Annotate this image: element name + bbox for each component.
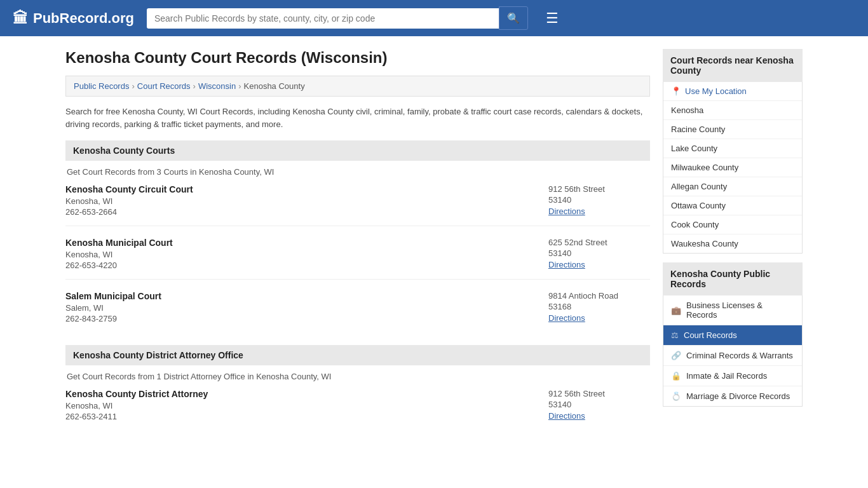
directions-link[interactable]: Directions (548, 411, 585, 421)
courts-section-sub: Get Court Records from 3 Courts in Kenos… (65, 167, 650, 177)
court-address: 9814 Antioch Road (548, 291, 650, 301)
court-right: 912 56th Street 53140 Directions (548, 389, 650, 421)
pub-record-icon: ⚖ (671, 330, 679, 340)
search-bar: 🔍 (147, 6, 528, 30)
court-entry: Kenosha County District Attorney Kenosha… (65, 389, 650, 430)
court-zip: 53140 (548, 248, 650, 258)
court-zip: 53168 (548, 302, 650, 311)
court-entry: Kenosha County Circuit Court Kenosha, WI… (65, 184, 650, 226)
pub-record-icon: 💼 (671, 306, 681, 315)
court-address: 912 56th Street (548, 389, 650, 398)
nearby-item[interactable]: Waukesha County (663, 234, 802, 253)
pub-record-item[interactable]: 💼 Business Licenses & Records (663, 295, 802, 325)
content-area: Kenosha County Court Records (Wisconsin)… (65, 49, 650, 443)
da-list: Kenosha County District Attorney Kenosha… (65, 389, 650, 430)
pub-record-label[interactable]: Inmate & Jail Records (686, 371, 767, 381)
court-right: 625 52nd Street 53140 Directions (548, 238, 650, 270)
court-phone: 262-653-4220 (65, 261, 173, 270)
nearby-item[interactable]: Cook County (663, 215, 802, 234)
public-records-list: 💼 Business Licenses & Records ⚖ Court Re… (663, 295, 803, 407)
use-location-label: Use My Location (685, 86, 747, 96)
breadcrumb: Public Records › Court Records › Wiscons… (65, 76, 650, 97)
court-left: Kenosha County District Attorney Kenosha… (65, 389, 208, 421)
pub-record-item[interactable]: 🔗 Criminal Records & Warrants (663, 346, 802, 366)
pub-record-item[interactable]: 💍 Marriage & Divorce Records (663, 386, 802, 406)
menu-button[interactable]: ☰ (546, 10, 559, 27)
court-city: Kenosha, WI (65, 196, 193, 206)
pub-record-item[interactable]: ⚖ Court Records (663, 325, 802, 346)
directions-link[interactable]: Directions (548, 260, 585, 269)
nearby-title: Court Records near Kenosha County (663, 49, 803, 82)
search-button[interactable]: 🔍 (499, 6, 528, 30)
court-address: 912 56th Street (548, 184, 650, 194)
court-name: Kenosha County District Attorney (65, 389, 208, 399)
breadcrumb-court-records[interactable]: Court Records (137, 81, 191, 91)
pub-record-icon: 💍 (671, 391, 681, 401)
court-phone: 262-653-2411 (65, 412, 208, 421)
pub-record-label[interactable]: Court Records (684, 330, 737, 340)
court-zip: 53140 (548, 195, 650, 205)
da-section-sub: Get Court Records from 1 District Attorn… (65, 372, 650, 381)
pub-record-icon: 🔗 (671, 351, 681, 360)
court-name: Kenosha Municipal Court (65, 238, 173, 248)
pub-record-label[interactable]: Marriage & Divorce Records (686, 391, 790, 401)
site-header: 🏛 PubRecord.org 🔍 ☰ (0, 0, 868, 36)
nearby-item[interactable]: Lake County (663, 139, 802, 158)
nearby-item[interactable]: Milwaukee County (663, 158, 802, 177)
court-entry: Salem Municipal Court Salem, WI 262-843-… (65, 291, 650, 332)
courts-section: Kenosha County Courts Get Court Records … (65, 140, 650, 332)
use-my-location[interactable]: 📍 Use My Location (663, 82, 802, 101)
page-title: Kenosha County Court Records (Wisconsin) (65, 49, 650, 67)
location-icon: 📍 (671, 86, 681, 96)
pub-record-label[interactable]: Criminal Records & Warrants (686, 351, 793, 360)
court-entry: Kenosha Municipal Court Kenosha, WI 262-… (65, 238, 650, 280)
nearby-item[interactable]: Kenosha (663, 101, 802, 120)
court-right: 9814 Antioch Road 53168 Directions (548, 291, 650, 323)
nearby-item[interactable]: Ottawa County (663, 196, 802, 215)
nearby-box: Court Records near Kenosha County 📍 Use … (663, 49, 803, 254)
da-section-header: Kenosha County District Attorney Office (65, 345, 650, 365)
court-city: Kenosha, WI (65, 250, 173, 259)
site-logo[interactable]: 🏛 PubRecord.org (13, 10, 134, 27)
logo-text: PubRecord.org (33, 10, 134, 27)
main-container: Kenosha County Court Records (Wisconsin)… (53, 36, 815, 456)
court-right: 912 56th Street 53140 Directions (548, 184, 650, 217)
court-city: Salem, WI (65, 303, 161, 313)
breadcrumb-public-records[interactable]: Public Records (74, 81, 129, 91)
court-phone: 262-843-2759 (65, 314, 161, 323)
court-address: 625 52nd Street (548, 238, 650, 247)
directions-link[interactable]: Directions (548, 207, 585, 216)
breadcrumb-wisconsin[interactable]: Wisconsin (198, 81, 236, 91)
court-zip: 53140 (548, 400, 650, 409)
directions-link[interactable]: Directions (548, 313, 585, 323)
page-description: Search for free Kenosha County, WI Court… (65, 105, 650, 130)
court-phone: 262-653-2664 (65, 207, 193, 217)
public-records-box: Kenosha County Public Records 💼 Business… (663, 262, 803, 407)
court-city: Kenosha, WI (65, 401, 208, 410)
pub-record-icon: 🔒 (671, 371, 681, 381)
logo-icon: 🏛 (13, 10, 28, 27)
court-name: Salem Municipal Court (65, 291, 161, 301)
search-input[interactable] (147, 8, 499, 29)
sidebar: Court Records near Kenosha County 📍 Use … (663, 49, 803, 443)
public-records-title: Kenosha County Public Records (663, 262, 803, 295)
nearby-list: 📍 Use My Location KenoshaRacine CountyLa… (663, 82, 803, 254)
pub-record-item[interactable]: 🔒 Inmate & Jail Records (663, 366, 802, 386)
da-section: Kenosha County District Attorney Office … (65, 345, 650, 430)
nearby-item[interactable]: Racine County (663, 120, 802, 139)
court-left: Kenosha County Circuit Court Kenosha, WI… (65, 184, 193, 217)
pub-record-label[interactable]: Business Licenses & Records (686, 301, 794, 320)
breadcrumb-current: Kenosha County (244, 81, 305, 91)
courts-section-header: Kenosha County Courts (65, 140, 650, 161)
court-left: Kenosha Municipal Court Kenosha, WI 262-… (65, 238, 173, 270)
nearby-item[interactable]: Allegan County (663, 177, 802, 196)
courts-list: Kenosha County Circuit Court Kenosha, WI… (65, 184, 650, 332)
court-left: Salem Municipal Court Salem, WI 262-843-… (65, 291, 161, 323)
court-name: Kenosha County Circuit Court (65, 184, 193, 194)
